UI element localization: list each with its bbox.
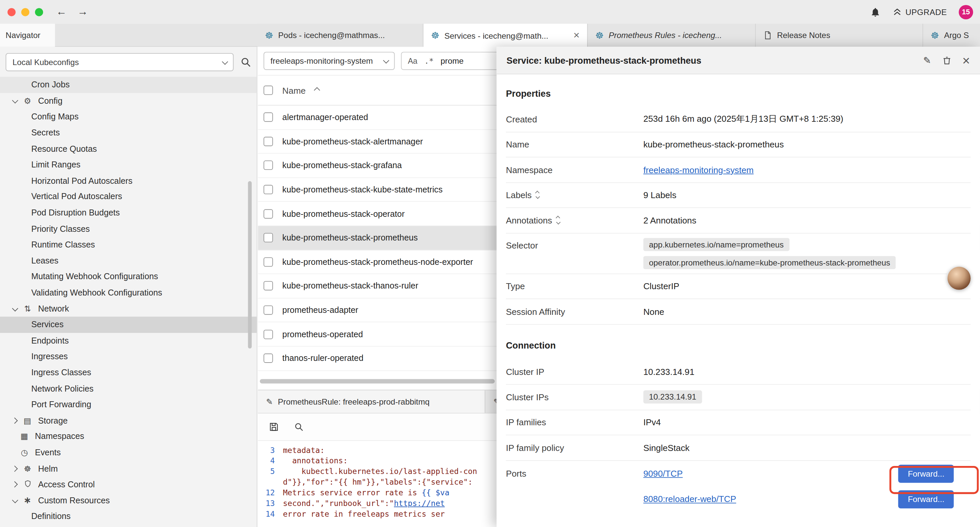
horizontal-scrollbar[interactable] — [260, 379, 495, 384]
close-tab-icon[interactable]: × — [573, 29, 580, 42]
sidebar-item-storage[interactable]: ▤Storage — [0, 412, 257, 428]
sidebar-item-limit-ranges[interactable]: Limit Ranges — [0, 157, 257, 173]
tab-pods[interactable]: ☸ Pods - icecheng@mathmas... — [257, 24, 423, 47]
sidebar-item-access-control[interactable]: Access Control — [0, 476, 257, 492]
sidebar-item-endpoints[interactable]: Endpoints — [0, 333, 257, 349]
expand-toggle-icon[interactable] — [536, 191, 539, 199]
row-checkbox[interactable] — [264, 306, 273, 315]
kubeconfig-selector[interactable]: Local Kubeconfigs — [6, 53, 234, 71]
sidebar-item-definitions[interactable]: Definitions — [0, 508, 257, 524]
sort-ascending-icon[interactable] — [314, 87, 321, 93]
sidebar-item-namespaces[interactable]: ▦Namespaces — [0, 428, 257, 444]
sidebar-item-runtime-classes[interactable]: Runtime Classes — [0, 237, 257, 253]
sidebar-item-horizontal-pod-autoscalers[interactable]: Horizontal Pod Autoscalers — [0, 173, 257, 189]
name-column-header[interactable]: Name — [282, 85, 305, 96]
storage-icon: ▤ — [22, 416, 33, 425]
sidebar-item-network[interactable]: ⇅Network — [0, 301, 257, 317]
forward-icon[interactable]: → — [77, 6, 88, 18]
row-checkbox[interactable] — [264, 330, 273, 339]
tab-argo[interactable]: ☸ Argo S — [923, 24, 980, 47]
edit-pencil-icon[interactable]: ✎ — [923, 55, 931, 66]
detail-label: Selector — [506, 237, 643, 250]
sidebar-item-vertical-pod-autoscalers[interactable]: Vertical Pod Autoscalers — [0, 189, 257, 205]
sidebar-item-priority-classes[interactable]: Priority Classes — [0, 221, 257, 237]
forward-port-button[interactable]: Forward... — [899, 464, 954, 482]
chevron-down-icon[interactable] — [12, 305, 18, 312]
row-checkbox[interactable] — [264, 137, 273, 146]
row-checkbox[interactable] — [264, 281, 273, 291]
row-checkbox[interactable] — [264, 353, 273, 363]
chevron-right-icon[interactable] — [12, 481, 18, 488]
sidebar-item-validating-webhook-configurations[interactable]: Validating Webhook Configurations — [0, 285, 257, 301]
row-checkbox[interactable] — [264, 209, 273, 218]
sidebar-item-label: Config — [38, 96, 62, 105]
row-checkbox[interactable] — [264, 185, 273, 194]
sidebar-item-ingress-classes[interactable]: Ingress Classes — [0, 365, 257, 381]
namespace-link[interactable]: freeleaps-monitoring-system — [643, 165, 754, 175]
sidebar-item-config-maps[interactable]: Config Maps — [0, 109, 257, 125]
trash-icon[interactable] — [942, 56, 951, 65]
upgrade-button[interactable]: UPGRADE — [892, 7, 947, 17]
expand-toggle-icon[interactable] — [556, 217, 559, 224]
navigator-search-icon[interactable] — [240, 56, 251, 67]
sidebar-item-network-policies[interactable]: Network Policies — [0, 381, 257, 396]
sidebar-item-label: Namespaces — [35, 432, 84, 441]
user-avatar[interactable] — [948, 267, 970, 290]
namespaces-icon: ▦ — [19, 432, 30, 441]
sidebar-item-config[interactable]: ⚙Config — [0, 93, 257, 109]
row-checkbox[interactable] — [264, 257, 273, 266]
chevron-right-icon[interactable] — [12, 465, 18, 471]
title-bar: ← → UPGRADE 15 — [0, 0, 980, 24]
sidebar-item-label: Events — [35, 447, 61, 457]
sidebar-item-helm[interactable]: ☸Helm — [0, 461, 257, 477]
sidebar-item-port-forwarding[interactable]: Port Forwarding — [0, 396, 257, 412]
chevron-down-icon — [222, 58, 228, 65]
close-window-button[interactable] — [7, 8, 15, 16]
sidebar-item-cron-jobs[interactable]: Cron Jobs — [0, 77, 257, 93]
select-all-checkbox[interactable] — [264, 86, 273, 95]
detail-row-ip-families: IP families IPv4 — [506, 410, 970, 435]
sidebar-item-mutating-webhook-configurations[interactable]: Mutating Webhook Configurations — [0, 269, 257, 285]
match-case-toggle[interactable]: Aa — [408, 56, 418, 65]
notification-count-badge[interactable]: 15 — [959, 5, 973, 19]
minimize-window-button[interactable] — [21, 8, 29, 16]
forward-port-button[interactable]: Forward... — [899, 490, 954, 508]
tab-release-notes[interactable]: Release Notes — [756, 24, 923, 47]
kubeconfig-selector-value: Local Kubeconfigs — [12, 57, 79, 66]
sidebar-item-label: Helm — [38, 463, 58, 473]
detail-row-cluster-ip: Cluster IP 10.233.14.91 — [506, 360, 970, 385]
sidebar-item-pod-disruption-budgets[interactable]: Pod Disruption Budgets — [0, 205, 257, 221]
sidebar-item-services[interactable]: Services — [0, 317, 257, 333]
save-button[interactable] — [269, 422, 279, 432]
navigator-panel-tab[interactable]: Navigator — [0, 24, 55, 47]
notifications-bell-icon[interactable] — [870, 7, 881, 18]
regex-toggle[interactable]: .* — [424, 56, 434, 66]
chevron-down-icon[interactable] — [12, 497, 18, 503]
row-checkbox[interactable] — [264, 161, 273, 170]
row-checkbox[interactable] — [264, 113, 273, 122]
sidebar-item-ingresses[interactable]: Ingresses — [0, 349, 257, 365]
port-link[interactable]: 8080:reloader-web/TCP — [643, 494, 736, 504]
row-checkbox[interactable] — [264, 233, 273, 242]
service-name: kube-prometheus-stack-prometheus — [282, 233, 418, 242]
dock-tab-prometheusrule[interactable]: ✎ PrometheusRule: freeleaps-prod-rabbitm… — [258, 390, 485, 412]
sidebar-item-custom-resources[interactable]: ∗Custom Resources — [0, 492, 257, 508]
sidebar-scrollbar[interactable] — [248, 181, 251, 349]
line-number: 5 — [258, 466, 283, 477]
chevron-down-icon[interactable] — [12, 97, 18, 104]
sidebar-item-secrets[interactable]: Secrets — [0, 125, 257, 141]
detail-label: Name — [506, 139, 643, 150]
namespace-selector[interactable]: freeleaps-monitoring-system — [264, 52, 395, 70]
sidebar-item-leases[interactable]: Leases — [0, 253, 257, 269]
close-drawer-icon[interactable]: × — [963, 54, 970, 67]
port-link[interactable]: 9090/TCP — [643, 468, 683, 478]
sidebar-item-events[interactable]: ◷Events — [0, 444, 257, 461]
back-icon[interactable]: ← — [56, 6, 67, 18]
upgrade-label: UPGRADE — [905, 7, 947, 17]
zoom-window-button[interactable] — [35, 8, 43, 16]
tab-services[interactable]: ☸ Services - icecheng@math... × — [424, 24, 588, 47]
editor-search-icon[interactable] — [294, 422, 304, 431]
tab-prometheus-rules[interactable]: ☸ Prometheus Rules - icecheng... — [588, 24, 756, 47]
sidebar-item-resource-quotas[interactable]: Resource Quotas — [0, 141, 257, 157]
chevron-right-icon[interactable] — [12, 417, 18, 424]
